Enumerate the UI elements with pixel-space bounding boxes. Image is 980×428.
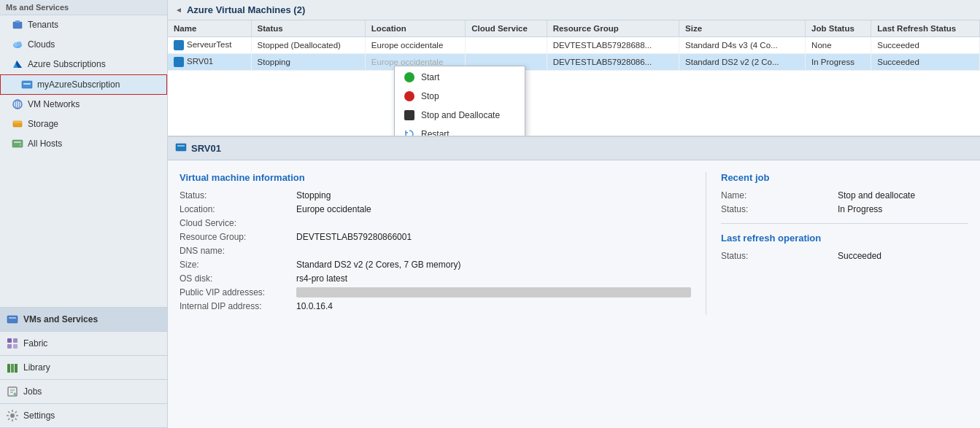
svg-rect-34 xyxy=(177,145,185,147)
subscription-icon xyxy=(21,79,33,90)
detail-pane: SRV01 Virtual machine information Status… xyxy=(168,137,980,428)
cell-job-status: In Progress xyxy=(806,54,871,71)
col-cloud-service[interactable]: Cloud Service xyxy=(466,20,547,37)
field-value-vip xyxy=(296,287,691,297)
sidebar-item-all-hosts[interactable]: All Hosts xyxy=(0,134,167,154)
table-row[interactable]: ServeurTest Stopped (Deallocated) Europe… xyxy=(168,37,980,54)
cell-resource-group: DEVTESTLAB57928688... xyxy=(547,37,679,54)
sidebar-item-azure-subscriptions[interactable]: Azure Subscriptions xyxy=(0,55,167,74)
col-size[interactable]: Size xyxy=(679,20,806,37)
ctx-menu-stop[interactable]: Stop xyxy=(395,87,525,106)
sidebar-item-clouds[interactable]: Clouds xyxy=(0,35,167,55)
vms-nav-icon xyxy=(6,313,19,326)
field-label-status: Status: xyxy=(180,190,296,201)
col-name[interactable]: Name xyxy=(168,20,251,37)
sidebar-nav-jobs[interactable]: Jobs xyxy=(0,380,167,404)
sidebar-nav-settings[interactable]: Settings xyxy=(0,404,167,428)
azure-icon xyxy=(12,58,23,70)
sidebar-item-clouds-label: Clouds xyxy=(28,39,55,50)
clouds-icon xyxy=(12,39,23,50)
field-label-location: Location: xyxy=(180,204,296,214)
recent-job-label-name: Name: xyxy=(721,190,838,201)
svg-rect-18 xyxy=(9,317,16,319)
ctx-menu-restart[interactable]: Restart xyxy=(395,125,525,137)
ctx-menu-start[interactable]: Start xyxy=(395,68,525,87)
field-label-resource-group: Resource Group: xyxy=(180,232,296,242)
col-last-refresh[interactable]: Last Refresh Status xyxy=(871,20,980,37)
svg-rect-21 xyxy=(7,344,12,349)
sidebar-item-storage[interactable]: Storage xyxy=(0,114,167,134)
sidebar-item-my-azure-subscription[interactable]: myAzureSubscription xyxy=(0,74,167,95)
sidebar-item-vm-networks[interactable]: VM Networks xyxy=(0,95,167,114)
main-area: ◄ Azure Virtual Machines (2) Name Status… xyxy=(168,0,980,428)
field-value-dns xyxy=(296,246,691,256)
svg-point-4 xyxy=(17,42,22,46)
detail-header: SRV01 xyxy=(168,137,980,160)
svg-rect-13 xyxy=(13,121,22,123)
main-header: ◄ Azure Virtual Machines (2) xyxy=(168,0,980,20)
last-refresh-value-status: Succeeded xyxy=(838,251,968,261)
recent-job-value-status: In Progress xyxy=(838,204,968,214)
fabric-nav-icon xyxy=(6,337,19,350)
detail-right: Recent job Name: Stop and deallocate Sta… xyxy=(706,172,968,315)
svg-point-16 xyxy=(20,144,22,147)
col-status[interactable]: Status xyxy=(251,20,365,37)
storage-icon xyxy=(12,118,23,130)
stop-icon xyxy=(404,90,415,102)
last-refresh-label-status: Status: xyxy=(721,251,838,261)
start-icon xyxy=(404,71,415,83)
sidebar-item-tenants[interactable]: Tenants xyxy=(0,15,167,35)
svg-rect-23 xyxy=(7,364,10,373)
field-label-vip: Public VIP addresses: xyxy=(180,287,296,297)
sidebar-top-header: Ms and Services xyxy=(0,0,167,15)
field-value-status: Stopping xyxy=(296,190,691,201)
sidebar-nav-library[interactable]: Library xyxy=(0,356,167,380)
detail-row-resource-group: Resource Group: DEVTESTLAB579280866001 xyxy=(180,232,691,242)
sidebar-item-my-azure-label: myAzureSubscription xyxy=(37,79,120,90)
col-resource-group[interactable]: Resource Group xyxy=(547,20,679,37)
cell-status: Stopped (Deallocated) xyxy=(251,37,365,54)
svg-rect-17 xyxy=(7,316,18,323)
sidebar-item-all-hosts-label: All Hosts xyxy=(28,139,62,149)
vm-table-pane: Name Status Location Cloud Service Resou… xyxy=(168,20,980,137)
cell-resource-group: DEVTESTLAB57928086... xyxy=(547,54,679,71)
svg-rect-25 xyxy=(15,364,18,373)
svg-rect-20 xyxy=(13,338,18,343)
field-label-cloud-service: Cloud Service: xyxy=(180,218,296,228)
col-job-status[interactable]: Job Status xyxy=(806,20,871,37)
sidebar-top: Ms and Services Tenants Clouds Azure Sub… xyxy=(0,0,167,307)
cell-location: Europe occidentale xyxy=(365,37,465,54)
recent-job-value-name: Stop and deallocate xyxy=(838,190,968,201)
cell-size: Standard DS2 v2 (2 Co... xyxy=(679,54,806,71)
cell-name: ServeurTest xyxy=(168,37,251,54)
cell-size: Standard D4s v3 (4 Co... xyxy=(679,37,806,54)
recent-job-row-name: Name: Stop and deallocate xyxy=(721,190,968,201)
field-value-cloud-service xyxy=(296,218,691,228)
field-label-dip: Internal DIP address: xyxy=(180,301,296,311)
vm-detail-icon xyxy=(175,141,187,155)
col-location[interactable]: Location xyxy=(365,20,465,37)
field-value-location: Europe occidentale xyxy=(296,204,691,214)
detail-body: Virtual machine information Status: Stop… xyxy=(168,160,980,327)
svg-rect-33 xyxy=(176,144,186,151)
context-menu: Start Stop Stop and Deallocate Restart xyxy=(394,66,525,137)
detail-row-dip: Internal DIP address: 10.0.16.4 xyxy=(180,301,691,311)
ctx-menu-stop-dealloc[interactable]: Stop and Deallocate xyxy=(395,106,525,125)
svg-point-29 xyxy=(10,413,15,418)
svg-rect-14 xyxy=(12,140,23,147)
sidebar-nav-jobs-label: Jobs xyxy=(23,386,42,397)
svg-rect-15 xyxy=(14,141,21,143)
field-value-resource-group: DEVTESTLAB579280866001 xyxy=(296,232,691,242)
last-refresh-row-status: Status: Succeeded xyxy=(721,251,968,261)
svg-rect-0 xyxy=(13,22,22,28)
detail-row-status: Status: Stopping xyxy=(180,190,691,201)
sidebar-nav-vms[interactable]: VMs and Services xyxy=(0,308,167,332)
table-row[interactable]: SRV01 Stopping Europe occidentale DEVTES… xyxy=(168,54,980,71)
sidebar: Ms and Services Tenants Clouds Azure Sub… xyxy=(0,0,168,428)
sidebar-nav-fabric[interactable]: Fabric xyxy=(0,332,167,356)
library-nav-icon xyxy=(6,361,19,374)
recent-job-label-status: Status: xyxy=(721,204,838,214)
restart-icon xyxy=(404,128,415,137)
sidebar-item-vm-networks-label: VM Networks xyxy=(28,99,80,109)
collapse-arrow-icon[interactable]: ◄ xyxy=(175,6,182,14)
